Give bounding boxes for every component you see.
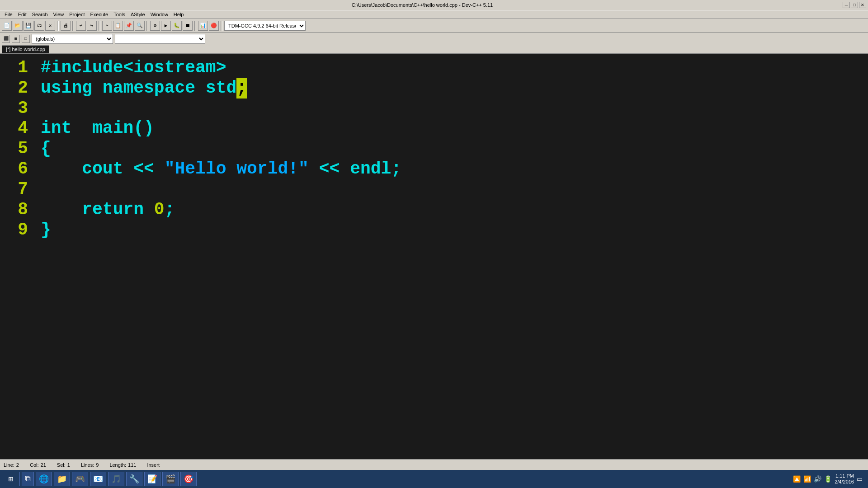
tray-notifications[interactable]: 🔼	[793, 475, 801, 483]
profile-button[interactable]: 📊	[198, 21, 208, 31]
taskbar-chrome[interactable]: 🌐	[36, 472, 52, 486]
code-line-2: using namespace std;	[41, 78, 868, 99]
run-button[interactable]: ▶	[161, 21, 171, 31]
taskbar-explorer[interactable]: 📁	[54, 472, 70, 486]
taskbar: ⊞ ⧉ 🌐 📁 🎮 📧 🎵 🔧 📝 🎬 🎯 🔼 📶 🔊 🔋 1:11 PM 2/…	[0, 470, 868, 488]
code-using: using namespace std	[41, 78, 236, 98]
window-controls: ─ □ ✕	[843, 2, 866, 8]
undo-button[interactable]: ↩	[76, 21, 86, 31]
code-line-8: return 0;	[41, 200, 868, 220]
menu-search[interactable]: Search	[29, 11, 51, 18]
paste-button[interactable]: 📌	[124, 21, 134, 31]
code-include: #include<iostream>	[41, 58, 226, 77]
save-all-button[interactable]: 🗂	[34, 21, 44, 31]
code-area[interactable]: #include<iostream> using namespace std; …	[32, 54, 868, 459]
debug-button[interactable]: 🐛	[172, 21, 182, 31]
minimize-button[interactable]: ─	[843, 2, 850, 8]
print-button[interactable]: 🖨	[61, 21, 71, 31]
taskbar-right: 🔼 📶 🔊 🔋 1:11 PM 2/4/2016 ▭	[793, 473, 866, 485]
sel-value: 1	[67, 462, 70, 468]
sep4	[146, 21, 148, 31]
taskbar-app3[interactable]: 🎮	[72, 472, 88, 486]
title-bar: C:\Users\Jacob\Documents\C++\hello world…	[0, 0, 868, 10]
tray-volume[interactable]: 🔊	[814, 475, 821, 483]
find-button[interactable]: 🔍	[135, 21, 145, 31]
taskbar-app4[interactable]: 📧	[90, 472, 106, 486]
line-num-1: 1	[5, 58, 28, 78]
col-value: 21	[41, 462, 46, 468]
sep5	[194, 21, 196, 31]
save-button[interactable]: 💾	[24, 21, 33, 31]
bp-button[interactable]: 🔴	[209, 21, 219, 31]
menu-project[interactable]: Project	[66, 11, 87, 18]
window-title: C:\Users\Jacob\Documents\C++\hello world…	[2, 2, 843, 8]
tray-network[interactable]: 📶	[803, 475, 811, 483]
start-button[interactable]: ⊞	[2, 472, 20, 486]
taskbar-app9[interactable]: 🎯	[180, 472, 197, 486]
menu-help[interactable]: Help	[171, 11, 187, 18]
lines-label: Lines:	[81, 462, 94, 468]
status-insert: Insert	[147, 462, 160, 468]
cut-button[interactable]: ✂	[102, 21, 112, 31]
clock: 1:11 PM 2/4/2016	[835, 473, 854, 485]
taskbar-app8[interactable]: 🎬	[162, 472, 179, 486]
code-line-5: {	[41, 139, 868, 159]
maximize-button[interactable]: □	[851, 2, 858, 8]
code-string: "Hello world!"	[165, 159, 309, 178]
scope-select[interactable]: (globals)	[32, 34, 113, 44]
code-endl: << endl;	[309, 159, 401, 178]
menu-tools[interactable]: Tools	[111, 11, 128, 18]
date: 2/4/2016	[835, 479, 854, 485]
compiler-select[interactable]: TDM-GCC 4.9.2 64-bit Release	[224, 21, 306, 31]
menu-edit[interactable]: Edit	[15, 11, 29, 18]
time: 1:11 PM	[835, 473, 854, 479]
code-brace-close: }	[41, 220, 51, 239]
line-numbers: 1 2 3 4 5 6 7 8 9	[0, 54, 32, 459]
toggle-btn3[interactable]: □	[22, 35, 30, 43]
editor: 1 2 3 4 5 6 7 8 9 #include<iostream> usi…	[0, 54, 868, 459]
status-line: Line: 2	[4, 462, 19, 468]
sep3	[99, 21, 100, 31]
status-col: Col: 21	[30, 462, 46, 468]
toggle-btn2[interactable]: ▦	[12, 35, 20, 43]
status-length: Length: 111	[109, 462, 136, 468]
line-value: 2	[16, 462, 19, 468]
menu-execute[interactable]: Execute	[87, 11, 111, 18]
menu-view[interactable]: View	[51, 11, 67, 18]
close-button[interactable]: ✕	[859, 2, 866, 8]
toggle-btn1[interactable]: ⬛	[2, 35, 10, 43]
copy-button[interactable]: 📋	[113, 21, 123, 31]
line-num-6: 6	[5, 159, 28, 179]
line-num-5: 5	[5, 139, 28, 159]
line-num-2: 2	[5, 78, 28, 99]
tab-hello-world[interactable]: [*] hello world.cpp	[2, 45, 49, 53]
redo-button[interactable]: ↪	[87, 21, 97, 31]
open-button[interactable]: 📂	[13, 21, 23, 31]
tray-battery[interactable]: 🔋	[824, 475, 832, 483]
line-num-8: 8	[5, 200, 28, 220]
line-num-9: 9	[5, 220, 28, 240]
new-button[interactable]: 📄	[2, 21, 12, 31]
close-button2[interactable]: ✕	[45, 21, 55, 31]
sep2	[72, 21, 74, 31]
menu-file[interactable]: File	[2, 11, 15, 18]
menu-astyle[interactable]: AStyle	[128, 11, 148, 18]
main-toolbar: 📄 📂 💾 🗂 ✕ 🖨 ↩ ↪ ✂ 📋 📌 🔍 ⚙ ▶ 🐛 ⏹ 📊 🔴 TDM-…	[0, 19, 868, 33]
code-line-6: cout << "Hello world!" << endl;	[41, 159, 868, 179]
insert-label: Insert	[147, 462, 160, 468]
code-zero: 0	[154, 200, 165, 219]
sep1	[57, 21, 59, 31]
task-view-button[interactable]: ⧉	[22, 472, 34, 486]
stop-button[interactable]: ⏹	[183, 21, 193, 31]
function-select[interactable]	[115, 34, 205, 44]
code-line-3	[41, 99, 868, 119]
compile-button[interactable]: ⚙	[150, 21, 160, 31]
taskbar-app5[interactable]: 🎵	[108, 472, 124, 486]
taskbar-app6[interactable]: 🔧	[126, 472, 142, 486]
status-sel: Sel: 1	[57, 462, 70, 468]
line-num-3: 3	[5, 99, 28, 119]
taskbar-app7[interactable]: 📝	[144, 472, 160, 486]
length-value: 111	[128, 462, 136, 468]
menu-window[interactable]: Window	[148, 11, 171, 18]
tray-show-desktop[interactable]: ▭	[857, 475, 863, 483]
